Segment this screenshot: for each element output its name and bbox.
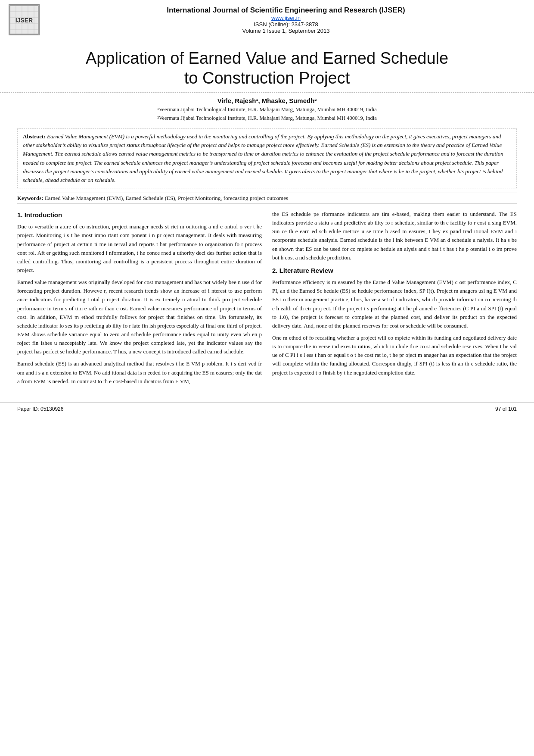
authors: Virle, Rajesh¹, Mhaske, Sumedh² — [26, 97, 508, 104]
journal-volume: Volume 1 Issue 1, September 2013 — [47, 28, 525, 34]
article-title: Application of Earned Value and Earned S… — [26, 49, 508, 88]
article-title-section: Application of Earned Value and Earned S… — [0, 39, 534, 93]
journal-title: International Journal of Scientific Engi… — [47, 6, 525, 15]
page-number: 97 of 101 — [495, 406, 517, 412]
left-column: 1. Introduction Due to versatile n ature… — [17, 210, 262, 389]
paper-id: Paper ID: 05130926 — [17, 406, 63, 412]
affiliation2: ²Veermata Jijabai Technological Institut… — [26, 115, 508, 122]
journal-issn: ISSN (Online): 2347-3878 — [47, 21, 525, 28]
page: IJSER International Journal of Scientifi… — [0, 0, 534, 756]
keywords-text: Earned Value Management (EVM), Earned Sc… — [43, 195, 288, 201]
keywords-section: Keywords: Earned Value Management (EVM),… — [17, 193, 517, 204]
abstract-section: Abstract: Earned Value Management (EVM) … — [17, 128, 517, 188]
journal-url[interactable]: www.ijser.in — [47, 15, 525, 21]
journal-logo: IJSER — [9, 4, 40, 35]
intro-para-2: Earned value management was originally d… — [17, 278, 262, 356]
affiliation1: ¹Veermata Jijabai Technological Institut… — [26, 106, 508, 113]
header-text: International Journal of Scientific Engi… — [47, 6, 525, 34]
intro-para-1: Due to versatile n ature of co nstructio… — [17, 222, 262, 275]
right-column: the ES schedule pe rformance indicators … — [272, 210, 517, 389]
article-title-line2: to Construction Project — [184, 69, 350, 87]
lit-review-heading: 2. Literature Review — [272, 266, 517, 275]
intro-heading: 1. Introduction — [17, 210, 262, 220]
abstract-text: Earned Value Management (EVM) is a power… — [23, 133, 503, 183]
keywords-label: Keywords: — [17, 195, 43, 201]
content: Abstract: Earned Value Management (EVM) … — [0, 124, 534, 398]
lit-review-para-1: Performance efficiency is m easured by t… — [272, 278, 517, 330]
svg-text:IJSER: IJSER — [16, 17, 33, 24]
authors-section: Virle, Rajesh¹, Mhaske, Sumedh² ¹Veermat… — [0, 93, 534, 124]
article-title-line1: Application of Earned Value and Earned S… — [86, 49, 448, 67]
header: IJSER International Journal of Scientifi… — [0, 0, 534, 39]
right-para-1: the ES schedule pe rformance indicators … — [272, 210, 517, 262]
lit-review-para-2: One m ethod of fo recasting whether a pr… — [272, 334, 517, 377]
two-column-layout: 1. Introduction Due to versatile n ature… — [17, 210, 517, 389]
page-footer: Paper ID: 05130926 97 of 101 — [0, 402, 534, 414]
intro-para-3: Earned schedule (ES) is an advanced anal… — [17, 359, 262, 385]
abstract-label: Abstract: — [23, 133, 46, 140]
